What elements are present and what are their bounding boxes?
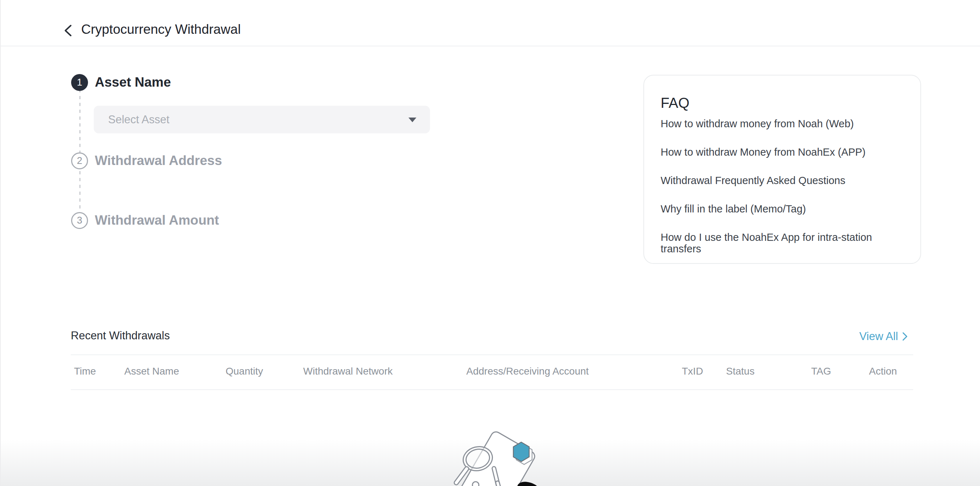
table-header-bottom-divider	[71, 389, 913, 390]
step-2-number: 2	[77, 155, 82, 166]
faq-link-withdrawal-faq[interactable]: Withdrawal Frequently Asked Questions	[661, 175, 905, 186]
faq-link-withdraw-noah-web[interactable]: How to withdraw money from Noah (Web)	[661, 118, 905, 129]
view-all-link[interactable]: View All	[859, 330, 908, 343]
chevron-left-icon	[63, 24, 73, 37]
asset-select-placeholder: Select Asset	[108, 106, 170, 133]
faq-link-memo-tag[interactable]: Why fill in the label (Memo/Tag)	[661, 203, 905, 215]
column-header-status: Status	[726, 365, 754, 378]
stepper-connector-line	[80, 82, 81, 221]
cryptocurrency-withdrawal-page: Cryptocurrency Withdrawal 1 Asset Name S…	[0, 0, 980, 486]
page-title: Cryptocurrency Withdrawal	[81, 22, 241, 37]
faq-title: FAQ	[661, 94, 905, 112]
page-header: Cryptocurrency Withdrawal	[1, 0, 980, 46]
column-header-time: Time	[74, 365, 96, 378]
chevron-right-icon	[902, 332, 908, 341]
asset-select-dropdown[interactable]: Select Asset	[94, 106, 430, 133]
column-header-tag: TAG	[811, 365, 831, 378]
faq-link-intra-station-transfers[interactable]: How do I use the NoahEx App for intra-st…	[661, 231, 905, 255]
step-2-label: Withdrawal Address	[95, 153, 222, 169]
column-header-action: Action	[869, 365, 897, 378]
column-header-txid: TxID	[682, 365, 703, 378]
step-2-indicator: 2	[71, 152, 88, 169]
step-3-indicator: 3	[71, 212, 88, 229]
column-header-address: Address/Receiving Account	[466, 365, 589, 378]
table-top-divider	[71, 354, 913, 355]
step-3-number: 3	[77, 215, 82, 226]
magnifier-document-illustration	[442, 426, 550, 486]
column-header-withdrawal-network: Withdrawal Network	[303, 365, 393, 378]
step-1-label: Asset Name	[95, 75, 171, 90]
recent-withdrawals-title: Recent Withdrawals	[71, 329, 170, 342]
view-all-label: View All	[859, 330, 898, 343]
faq-link-withdraw-noahex-app[interactable]: How to withdraw Money from NoahEx (APP)	[661, 146, 905, 158]
column-header-quantity: Quantity	[226, 365, 263, 378]
step-3-label: Withdrawal Amount	[95, 212, 219, 228]
column-header-asset-name: Asset Name	[124, 365, 179, 378]
chevron-down-icon	[409, 118, 416, 122]
step-1-number: 1	[77, 77, 82, 88]
faq-card: FAQ How to withdraw money from Noah (Web…	[643, 75, 921, 264]
step-1-indicator: 1	[71, 74, 88, 91]
back-button[interactable]	[62, 24, 74, 37]
